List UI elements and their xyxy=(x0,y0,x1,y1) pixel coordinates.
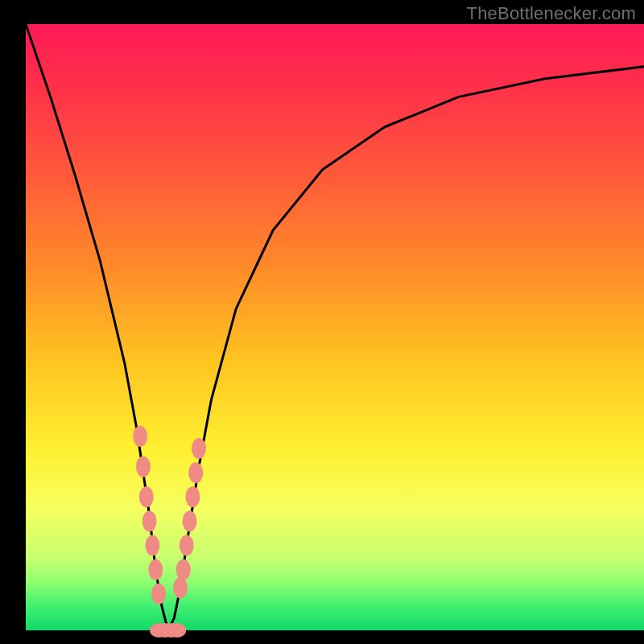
marker-left xyxy=(151,584,166,605)
marker-left xyxy=(136,456,151,477)
marker-right xyxy=(185,486,200,507)
marker-right xyxy=(180,535,194,556)
marker-left xyxy=(133,426,147,447)
marker-left xyxy=(145,535,159,556)
marker-right xyxy=(176,559,191,580)
marker-right xyxy=(188,462,203,483)
marker-right xyxy=(183,511,197,532)
marker-right xyxy=(192,438,206,459)
plot-background xyxy=(26,24,644,630)
marker-left xyxy=(142,511,157,532)
bottleneck-chart xyxy=(0,0,644,644)
marker-bottom xyxy=(168,623,186,638)
marker-right xyxy=(173,577,188,598)
marker-left xyxy=(139,486,154,507)
watermark-text: TheBottlenecker.com xyxy=(467,3,636,24)
marker-left xyxy=(148,559,163,580)
chart-container: TheBottlenecker.com xyxy=(0,0,644,644)
